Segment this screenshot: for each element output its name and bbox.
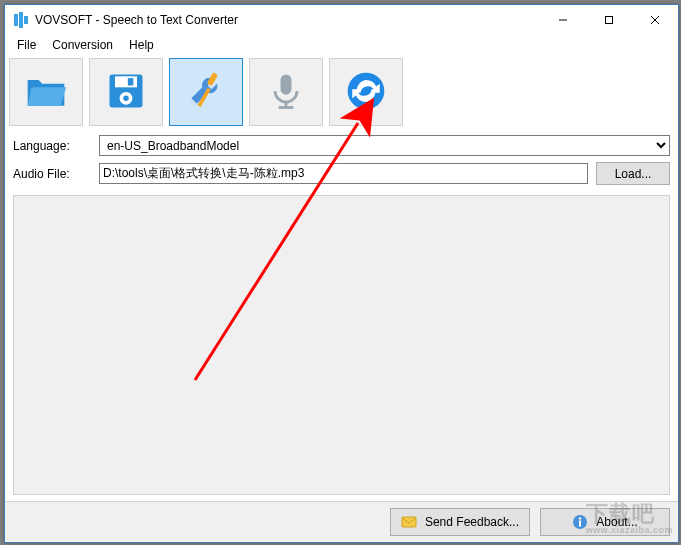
svg-rect-2 (24, 16, 28, 24)
tools-icon (184, 69, 228, 116)
maximize-button[interactable] (586, 5, 632, 35)
audio-file-row: Audio File: Load... (13, 162, 670, 185)
language-label: Language: (13, 139, 99, 153)
window-title: VOVSOFT - Speech to Text Converter (35, 13, 540, 27)
about-label: About... (596, 515, 637, 529)
save-icon (104, 69, 148, 116)
toolbar (5, 55, 678, 129)
close-button[interactable] (632, 5, 678, 35)
svg-rect-8 (115, 76, 137, 87)
menu-help[interactable]: Help (121, 36, 162, 54)
svg-rect-21 (579, 521, 581, 527)
app-icon (13, 12, 29, 28)
form-area: Language: en-US_BroadbandModel Audio Fil… (5, 129, 678, 195)
language-select[interactable]: en-US_BroadbandModel (99, 135, 670, 156)
minimize-button[interactable] (540, 5, 586, 35)
menu-file[interactable]: File (9, 36, 44, 54)
menu-conversion[interactable]: Conversion (44, 36, 121, 54)
language-row: Language: en-US_BroadbandModel (13, 135, 670, 156)
app-window: VOVSOFT - Speech to Text Converter File … (4, 4, 679, 543)
about-button[interactable]: About... (540, 508, 670, 536)
toolbar-convert-button[interactable] (329, 58, 403, 126)
folder-open-icon (24, 69, 68, 116)
bottom-bar: Send Feedback... About... (5, 501, 678, 542)
audio-file-input[interactable] (99, 163, 588, 184)
send-feedback-button[interactable]: Send Feedback... (390, 508, 530, 536)
output-area[interactable] (13, 195, 670, 495)
info-icon (572, 514, 588, 530)
toolbar-save-button[interactable] (89, 58, 163, 126)
audio-file-label: Audio File: (13, 167, 99, 181)
svg-point-11 (123, 95, 129, 100)
toolbar-record-button[interactable] (249, 58, 323, 126)
mail-icon (401, 514, 417, 530)
load-button[interactable]: Load... (596, 162, 670, 185)
toolbar-settings-button[interactable] (169, 58, 243, 126)
refresh-icon (344, 69, 388, 116)
toolbar-open-button[interactable] (9, 58, 83, 126)
send-feedback-label: Send Feedback... (425, 515, 519, 529)
svg-rect-14 (281, 74, 292, 94)
window-controls (540, 5, 678, 35)
svg-rect-1 (19, 12, 23, 28)
titlebar: VOVSOFT - Speech to Text Converter (5, 5, 678, 35)
menubar: File Conversion Help (5, 35, 678, 55)
microphone-icon (264, 69, 308, 116)
svg-rect-0 (14, 14, 18, 26)
svg-rect-9 (128, 78, 133, 85)
svg-point-20 (579, 517, 581, 519)
svg-rect-4 (606, 17, 613, 24)
svg-rect-18 (402, 517, 416, 527)
